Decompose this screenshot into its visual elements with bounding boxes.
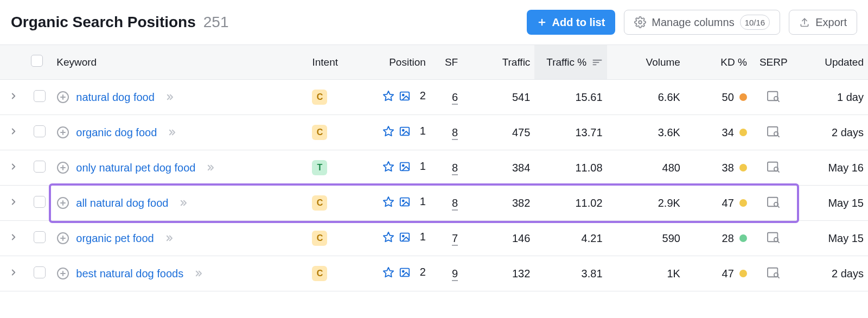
sort-desc-icon [592,59,603,66]
add-keyword-icon[interactable] [56,126,69,139]
export-label: Export [815,16,847,29]
checkbox[interactable] [31,55,43,67]
kd-value: 34 [722,126,734,139]
traffic-value: 132 [462,256,534,291]
serp-snapshot-icon[interactable] [767,231,781,243]
col-keyword[interactable]: Keyword [52,45,308,80]
manage-columns-label: Manage columns [652,16,734,29]
kd-value: 28 [722,232,734,245]
add-keyword-icon[interactable] [56,91,69,104]
image-icon [399,266,411,278]
serp-snapshot-icon[interactable] [767,90,781,102]
add-to-list-button[interactable]: Add to list [527,10,616,35]
image-icon [399,161,411,173]
open-keyword-icon[interactable] [164,233,175,244]
svg-rect-33 [400,268,410,276]
sf-value: 9 [452,268,458,281]
table-row: natural dog food C 2 6 541 15.61 6.6K 50 [0,80,868,115]
star-icon [382,266,394,278]
keyword-link[interactable]: natural dog food [76,91,155,104]
table-row: organic dog food C 1 8 475 13.71 3.6K 34 [0,115,868,150]
add-to-list-label: Add to list [552,16,605,29]
expand-row-icon[interactable] [9,91,18,101]
keyword-link[interactable]: only natural pet dog food [76,162,195,174]
serp-snapshot-icon[interactable] [767,161,781,173]
open-keyword-icon[interactable] [205,162,216,173]
expand-row-icon[interactable] [9,197,18,207]
svg-rect-21 [400,198,410,206]
kd-difficulty-dot [739,93,747,101]
col-traffic[interactable]: Traffic [462,45,534,80]
sf-value: 7 [452,232,458,246]
traffic-value: 475 [462,115,534,150]
volume-value: 6.6K [607,80,685,115]
row-checkbox[interactable] [34,90,46,102]
expand-row-icon[interactable] [9,162,18,171]
svg-point-28 [403,235,404,237]
updated-value: 2 days [796,256,868,291]
row-checkbox[interactable] [34,196,46,208]
svg-marker-14 [384,162,393,171]
col-traffic-pct[interactable]: Traffic % [534,45,607,80]
traffic-pct-value: 11.08 [534,150,607,186]
kd-value: 38 [722,162,734,174]
col-position[interactable]: Position [358,45,430,80]
columns-count-badge: 10/16 [740,15,770,30]
expand-row-icon[interactable] [9,268,18,277]
serp-snapshot-icon[interactable] [767,196,781,208]
manage-columns-button[interactable]: Manage columns 10/16 [624,10,780,35]
col-select-all[interactable] [27,45,52,80]
svg-marker-2 [384,91,393,100]
row-checkbox[interactable] [34,125,46,137]
add-keyword-icon[interactable] [56,267,69,280]
position-value: 1 [415,231,426,243]
traffic-pct-value: 11.02 [534,186,607,221]
open-keyword-icon[interactable] [167,127,177,138]
row-checkbox[interactable] [34,161,46,173]
sf-value: 8 [452,162,458,175]
serp-snapshot-icon[interactable] [767,266,781,278]
col-volume[interactable]: Volume [607,45,685,80]
plus-icon [537,17,547,27]
keyword-link[interactable]: best natural dog foods [76,268,183,280]
open-keyword-icon[interactable] [193,268,204,279]
keyword-link[interactable]: organic dog food [76,126,157,139]
sf-value: 8 [452,126,458,140]
traffic-pct-value: 15.61 [534,80,607,115]
col-intent[interactable]: Intent [308,45,358,80]
expand-row-icon[interactable] [9,232,18,242]
col-expand [0,45,27,80]
kd-difficulty-dot [739,129,747,136]
expand-row-icon[interactable] [9,126,18,136]
row-checkbox[interactable] [34,231,46,243]
open-keyword-icon[interactable] [178,198,189,208]
export-button[interactable]: Export [789,10,857,35]
serp-snapshot-icon[interactable] [767,125,781,137]
updated-value: May 15 [796,186,868,221]
star-icon [382,161,394,173]
add-keyword-icon[interactable] [56,161,69,174]
col-updated[interactable]: Updated [796,45,868,80]
svg-marker-32 [384,268,393,277]
row-checkbox[interactable] [34,266,46,278]
intent-badge: C [312,266,327,281]
add-keyword-icon[interactable] [56,232,69,245]
traffic-pct-value: 13.71 [534,115,607,150]
kd-value: 50 [722,91,734,104]
position-value: 1 [415,160,426,173]
updated-value: 1 day [796,80,868,115]
traffic-pct-value: 3.81 [534,256,607,291]
results-table: Keyword Intent Position SF Traffic Traff… [0,44,868,291]
star-icon [382,196,394,208]
open-keyword-icon[interactable] [164,92,175,103]
col-kd[interactable]: KD % [685,45,751,80]
add-keyword-icon[interactable] [56,196,69,209]
position-value: 1 [415,125,426,137]
col-serp[interactable]: SERP [751,45,796,80]
position-value: 1 [415,195,426,208]
star-icon [382,125,394,137]
col-sf[interactable]: SF [430,45,462,80]
keyword-link[interactable]: organic pet food [76,232,154,245]
keyword-link[interactable]: all natural dog food [76,197,168,209]
export-icon [799,17,810,28]
